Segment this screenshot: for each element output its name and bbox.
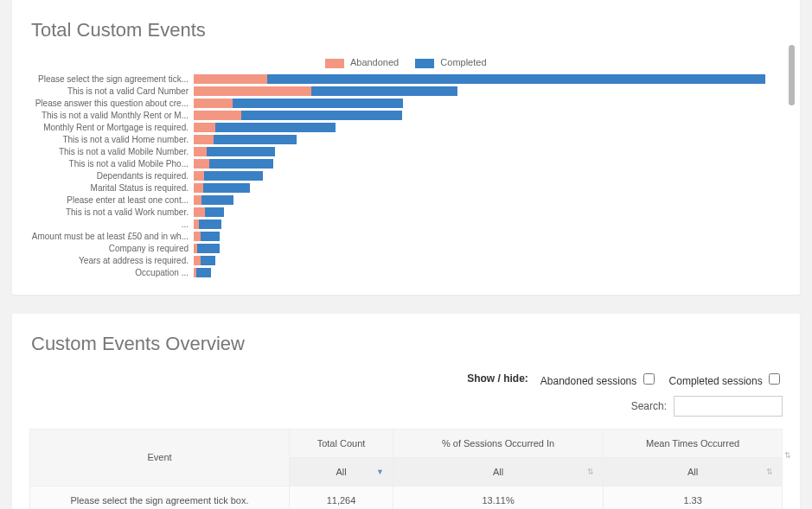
chart-bar-row [194,255,767,267]
bar-segment-abandoned [194,86,311,96]
bar-segment-abandoned [194,171,204,181]
bar-segment-abandoned [194,147,207,156]
total-custom-events-card: Total Custom Events Abandoned Completed … [12,0,800,295]
sort-icon: ⇅ [766,468,773,476]
bar-segment-abandoned [194,159,209,169]
bar-segment-completed [241,111,401,120]
col-event-label: Event [147,452,171,462]
bar-segment-completed [233,99,403,108]
abandoned-sessions-toggle[interactable]: Abandoned sessions [540,371,657,387]
col-pct-all[interactable]: All ⇅ [393,457,604,486]
chart-category-label: Occupation ... [29,267,189,279]
completed-toggle-label: Completed sessions [669,375,763,387]
search-input[interactable] [674,396,783,417]
chart-bar-row [194,231,767,243]
bar-segment-completed [196,268,211,277]
chart-category-label: This is not a valid Mobile Number. [29,146,189,158]
chart-bar-row [194,73,767,86]
col-mean-all-label: All [687,467,698,477]
chart-bar-row [194,122,767,134]
chart-category-label: Company is required [29,243,189,255]
cell-pct: 13.11% [393,486,604,509]
custom-events-overview-card: Custom Events Overview Show / hide: Aban… [12,314,800,509]
show-hide-label: Show / hide: [467,372,528,385]
bar-segment-completed [204,171,263,181]
chart-area: Please select the sign agreement tick...… [29,73,783,279]
bar-segment-abandoned [194,183,203,193]
bar-segment-completed [197,244,220,253]
chart-category-label: Dependants is required. [29,170,189,182]
chart-category-label: Marital Status is required. [29,182,189,194]
overview-title: Custom Events Overview [31,333,783,355]
col-event[interactable]: Event ⇅ [30,429,290,486]
chart-bar-row [194,267,767,279]
bar-segment-completed [201,256,215,265]
bar-segment-abandoned [194,99,233,108]
chart-title: Total Custom Events [31,19,783,41]
completed-sessions-checkbox[interactable] [769,373,780,385]
chart-bar-row [194,219,767,231]
bar-segment-abandoned [194,232,201,241]
bar-segment-abandoned [194,256,201,265]
chart-bar-row [194,194,767,207]
chart-category-label: Monthly Rent or Mortgage is required. [29,122,189,134]
cell-mean: 1.33 [604,486,783,509]
chart-category-label: Please answer this question about cre... [29,98,189,110]
bar-segment-completed [207,147,275,156]
chart-category-label: This is not a valid Monthly Rent or M... [29,110,189,122]
bar-segment-completed [205,207,224,217]
chart-category-label: This is not a valid Mobile Pho... [29,158,189,170]
chart-category-label: Please enter at least one cont... [29,194,189,207]
chart-scrollbar-thumb[interactable] [789,45,795,105]
overview-tbody: Please select the sign agreement tick bo… [30,486,783,509]
chart-category-label: Amount must be at least £50 and in wh... [29,231,189,243]
col-total[interactable]: Total Count [290,429,393,457]
chart-category-label: Please select the sign agreement tick... [29,73,189,86]
bar-segment-completed [209,159,273,169]
chart-category-label: Years at address is required. [29,255,189,267]
legend-abandoned: Abandoned [325,57,401,67]
chart-category-label: This is not a valid Home number. [29,134,189,146]
chart-bars [194,73,767,279]
col-mean-all[interactable]: All ⇅ [604,457,783,486]
bar-segment-abandoned [194,135,214,144]
bar-segment-completed [201,232,220,241]
col-total-all-label: All [336,467,346,477]
chart-legend: Abandoned Completed [29,57,783,68]
cell-event: Please select the sign agreement tick bo… [30,486,290,509]
chart-category-label: This is not a valid Card Number [29,86,189,98]
sort-icon: ⇅ [784,451,791,460]
bar-segment-completed [203,183,250,193]
col-mean[interactable]: Mean Times Occurred [604,429,783,457]
bar-segment-completed [201,195,233,205]
bar-segment-completed [215,123,336,132]
cell-total: 11,264 [290,486,393,509]
chart-bar-row [194,110,767,122]
chart-bar-row [194,134,767,146]
bar-segment-completed [267,74,765,84]
chart-y-labels: Please select the sign agreement tick...… [29,73,194,279]
overview-table: Event ⇅ Total Count % of Sessions Occurr… [29,429,783,509]
legend-abandoned-label: Abandoned [350,57,399,67]
abandoned-sessions-checkbox[interactable] [643,373,655,385]
bar-segment-completed [199,220,221,229]
bar-segment-abandoned [194,207,205,217]
abandoned-toggle-label: Abandoned sessions [540,375,636,387]
legend-completed-label: Completed [440,57,486,67]
completed-sessions-toggle[interactable]: Completed sessions [669,371,783,387]
search-label: Search: [631,400,667,412]
col-pct[interactable]: % of Sessions Occurred In [393,429,604,457]
legend-abandoned-swatch [325,59,344,68]
chart-bar-row [194,98,767,110]
col-total-all[interactable]: All ▼ [290,457,393,486]
chart-bar-row [194,158,767,170]
bar-segment-completed [214,135,296,144]
bar-segment-abandoned [194,195,201,205]
col-pct-all-label: All [493,467,503,477]
show-hide-controls: Show / hide: Abandoned sessions Complete… [29,371,783,387]
bar-segment-abandoned [194,123,215,132]
chart-category-label: This is not a valid Work number. [29,207,189,219]
bar-segment-abandoned [194,74,267,84]
legend-completed: Completed [415,57,486,67]
search-row: Search: [29,396,783,417]
